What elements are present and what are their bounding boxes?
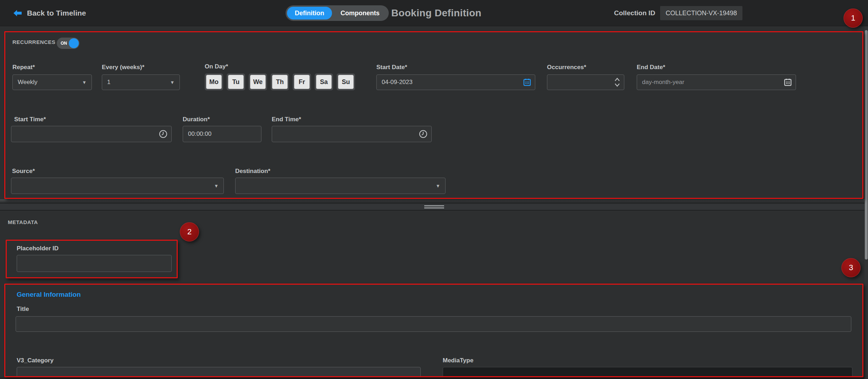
- destination-label: Destination*: [235, 168, 270, 175]
- back-to-timeline-label: Back to Timeline: [27, 9, 86, 17]
- source-select[interactable]: ▼: [11, 178, 224, 194]
- arrow-left-icon: [13, 9, 22, 17]
- chevron-down-icon: ▼: [436, 183, 440, 189]
- placeholder-id-label: Placeholder ID: [17, 245, 59, 252]
- destination-select[interactable]: ▼: [235, 178, 446, 194]
- day-button-we[interactable]: We: [249, 73, 267, 90]
- day-button-sa-label: Sa: [316, 75, 332, 89]
- recurrences-toggle[interactable]: ON: [57, 38, 79, 49]
- annotation-marker-3: 3: [841, 258, 861, 277]
- on-day-label: On Day*: [205, 63, 228, 70]
- v3-category-label: V3_Category: [17, 357, 54, 364]
- calendar-icon[interactable]: [523, 78, 531, 86]
- day-button-we-label: We: [250, 75, 266, 89]
- title-input[interactable]: [16, 316, 851, 332]
- splitter-drag-handle[interactable]: [424, 205, 444, 210]
- repeat-select-value: Weekly: [18, 79, 37, 86]
- annotation-region-1: [4, 31, 863, 199]
- annotation-marker-2: 2: [180, 222, 199, 241]
- metadata-section-label: METADATA: [8, 219, 38, 225]
- day-button-tu[interactable]: Tu: [227, 73, 245, 90]
- page-title: Booking Definition: [391, 0, 481, 26]
- day-button-tu-label: Tu: [228, 75, 244, 89]
- tab-components[interactable]: Components: [333, 7, 387, 19]
- occurrences-input[interactable]: [547, 74, 624, 90]
- tab-definition[interactable]: Definition: [287, 7, 332, 19]
- chevron-down-icon: ▼: [170, 80, 175, 85]
- scrollbar-thumb[interactable]: [865, 30, 868, 260]
- repeat-label: Repeat*: [12, 64, 35, 71]
- clock-icon[interactable]: [419, 130, 427, 138]
- day-button-mo-label: Mo: [206, 75, 222, 89]
- every-weeks-select[interactable]: 1 ▼: [102, 74, 180, 90]
- duration-input[interactable]: [183, 126, 261, 142]
- placeholder-id-input[interactable]: [17, 255, 172, 272]
- day-button-th[interactable]: Th: [271, 73, 289, 90]
- occurrences-label: Occurrences*: [547, 64, 586, 71]
- duration-label: Duration*: [183, 116, 210, 123]
- title-label: Title: [17, 306, 29, 313]
- media-type-label: MediaType: [443, 357, 474, 364]
- day-button-sa[interactable]: Sa: [315, 73, 333, 90]
- repeat-select[interactable]: Weekly ▼: [12, 74, 92, 90]
- calendar-icon[interactable]: [784, 78, 792, 86]
- recurrences-section-label: RECURRENCES: [12, 39, 55, 45]
- day-button-th-label: Th: [272, 75, 288, 89]
- end-date-label: End Date*: [637, 64, 665, 71]
- start-date-label: Start Date*: [376, 64, 407, 71]
- spinner-up-down-icon[interactable]: [614, 77, 620, 87]
- clock-icon[interactable]: [159, 130, 167, 138]
- start-time-label: Start Time*: [14, 116, 46, 123]
- end-time-input[interactable]: [272, 126, 432, 142]
- chevron-down-icon: ▼: [214, 183, 219, 189]
- end-time-label: End Time*: [272, 116, 301, 123]
- definition-components-tab-group: Definition Components: [286, 5, 389, 21]
- splitter-bar: [0, 203, 868, 211]
- general-information-header: General Information: [17, 291, 81, 299]
- day-button-fr-label: Fr: [294, 75, 310, 89]
- day-button-mo[interactable]: Mo: [205, 73, 223, 90]
- day-button-su-label: Su: [338, 75, 354, 89]
- every-weeks-select-value: 1: [107, 79, 110, 86]
- every-weeks-label: Every (weeks)*: [102, 64, 144, 71]
- panel-shadow: [0, 199, 868, 203]
- collection-id-value: COLLECTION-VX-19498: [660, 6, 742, 20]
- collection-id-label: Collection ID: [614, 0, 655, 26]
- toggle-knob-icon: [69, 38, 79, 48]
- bottom-strip: [0, 377, 868, 379]
- toggle-on-label: ON: [61, 41, 67, 46]
- scrollbar-track[interactable]: [864, 26, 868, 379]
- end-date-input[interactable]: [637, 74, 796, 90]
- start-time-input[interactable]: [11, 126, 172, 142]
- start-date-input[interactable]: [376, 74, 535, 90]
- chevron-down-icon: ▼: [82, 80, 87, 85]
- back-to-timeline-link[interactable]: Back to Timeline: [13, 0, 86, 26]
- top-bar: Back to Timeline Definition Components B…: [0, 0, 868, 26]
- source-label: Source*: [12, 168, 35, 175]
- day-button-fr[interactable]: Fr: [293, 73, 311, 90]
- day-button-su[interactable]: Su: [337, 73, 355, 90]
